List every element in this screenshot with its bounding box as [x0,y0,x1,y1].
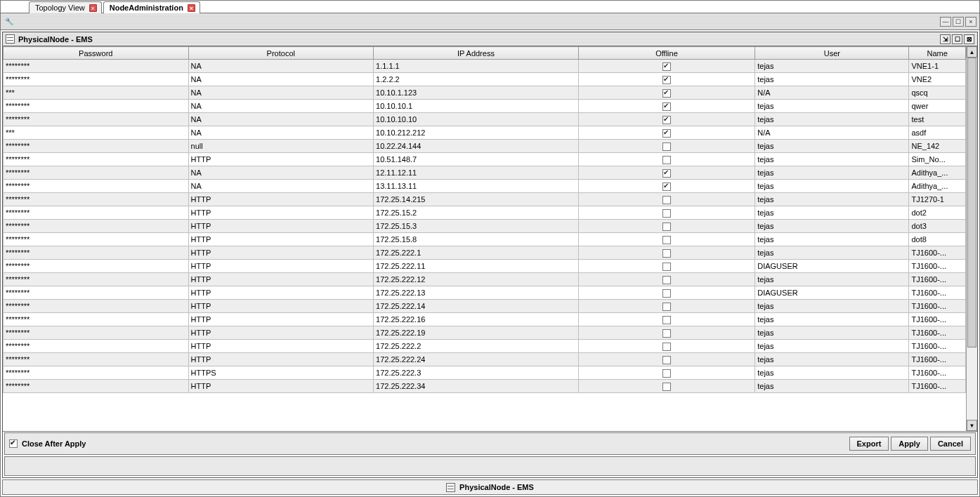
col-header-name[interactable]: Name [909,47,966,60]
table-cell[interactable]: TJ1600-... [909,246,966,260]
offline-checkbox[interactable] [662,383,671,391]
table-cell[interactable]: 172.25.222.12 [374,273,579,286]
table-cell[interactable]: ******** [4,206,189,220]
close-after-apply-checkbox[interactable] [9,439,18,448]
table-cell[interactable]: asdf [909,126,966,140]
table-row[interactable]: ***NA10.10.212.212N/Aasdf [4,126,966,140]
table-cell[interactable]: tejas [755,353,909,366]
scroll-thumb[interactable] [967,58,976,347]
minimize-button[interactable]: — [940,17,951,27]
table-cell[interactable]: null [188,140,374,153]
offline-checkbox[interactable] [662,263,671,271]
table-cell[interactable]: ******** [4,140,189,153]
table-cell[interactable]: ******** [4,300,189,313]
close-icon[interactable]: ⊠ [964,34,974,44]
table-cell[interactable]: ******** [4,380,189,393]
table-cell[interactable]: tejas [755,140,909,153]
table-cell[interactable]: ******** [4,366,189,380]
offline-checkbox[interactable] [662,156,671,164]
offline-checkbox[interactable] [662,249,671,258]
table-cell[interactable]: ******** [4,220,189,233]
close-icon[interactable]: × [188,4,195,12]
table-cell[interactable]: ******** [4,193,189,206]
table-cell[interactable]: HTTP [188,246,374,260]
table-row[interactable]: ********HTTP172.25.14.215tejasTJ1270-1 [4,193,966,206]
offline-checkbox[interactable] [662,129,671,138]
table-cell[interactable]: VNE1-1 [909,60,966,73]
table-cell[interactable]: tejas [755,313,909,326]
table-row[interactable]: ********HTTP172.25.222.2tejasTJ1600-... [4,340,966,353]
offline-cell[interactable] [578,326,754,340]
table-row[interactable]: ********null10.22.24.144tejasNE_142 [4,140,966,153]
table-row[interactable]: ********HTTP172.25.222.13DIAGUSERTJ1600-… [4,286,966,300]
table-cell[interactable]: TJ1600-... [909,313,966,326]
offline-cell[interactable] [578,220,754,233]
table-cell[interactable]: DIAGUSER [755,286,909,300]
table-cell[interactable]: TJ1600-... [909,273,966,286]
table-cell[interactable]: HTTP [188,340,374,353]
table-cell[interactable]: ******** [4,273,189,286]
table-cell[interactable]: HTTP [188,193,374,206]
table-cell[interactable]: NA [188,126,374,140]
table-cell[interactable]: TJ1600-... [909,366,966,380]
table-cell[interactable]: tejas [755,366,909,380]
table-row[interactable]: ********NA10.10.10.10tejastest [4,113,966,126]
table-row[interactable]: ********HTTP10.51.148.7tejasSim_No... [4,153,966,166]
export-button[interactable]: Export [849,437,889,451]
offline-checkbox[interactable] [662,76,671,84]
offline-cell[interactable] [578,206,754,220]
offline-cell[interactable] [578,180,754,193]
table-cell[interactable]: Sim_No... [909,153,966,166]
table-cell[interactable]: NE_142 [909,140,966,153]
table-cell[interactable]: 10.51.148.7 [374,153,579,166]
col-header-password[interactable]: Password [4,47,189,60]
table-cell[interactable]: qscq [909,86,966,100]
table-cell[interactable]: ******** [4,60,189,73]
table-cell[interactable]: TJ1600-... [909,286,966,300]
table-cell[interactable]: HTTP [188,353,374,366]
table-cell[interactable]: HTTP [188,286,374,300]
offline-checkbox[interactable] [662,316,671,324]
table-cell[interactable]: ******** [4,233,189,246]
table-cell[interactable]: tejas [755,326,909,340]
offline-cell[interactable] [578,126,754,140]
offline-cell[interactable] [578,286,754,300]
table-row[interactable]: ********NA1.1.1.1tejasVNE1-1 [4,60,966,73]
offline-cell[interactable] [578,380,754,393]
table-cell[interactable]: tejas [755,340,909,353]
table-cell[interactable]: *** [4,126,189,140]
table-cell[interactable]: tejas [755,246,909,260]
table-cell[interactable]: 12.11.12.11 [374,166,579,180]
table-cell[interactable]: dot2 [909,206,966,220]
table-cell[interactable]: 172.25.222.2 [374,340,579,353]
table-cell[interactable]: *** [4,86,189,100]
table-cell[interactable]: HTTPS [188,366,374,380]
scroll-track[interactable] [967,58,977,420]
table-cell[interactable]: tejas [755,193,909,206]
table-cell[interactable]: NA [188,73,374,86]
table-cell[interactable]: 172.25.15.3 [374,220,579,233]
table-cell[interactable]: N/A [755,126,909,140]
table-cell[interactable]: 172.25.222.3 [374,366,579,380]
table-cell[interactable]: ******** [4,166,189,180]
table-row[interactable]: ********HTTP172.25.15.3tejasdot3 [4,220,966,233]
table-cell[interactable]: dot3 [909,220,966,233]
scroll-down-icon[interactable]: ▼ [967,420,977,431]
table-cell[interactable]: 172.25.222.13 [374,286,579,300]
offline-checkbox[interactable] [662,356,671,364]
table-cell[interactable]: TJ1600-... [909,380,966,393]
offline-cell[interactable] [578,166,754,180]
table-cell[interactable]: 1.1.1.1 [374,60,579,73]
table-cell[interactable]: NA [188,180,374,193]
table-cell[interactable]: ******** [4,100,189,113]
col-header-offline[interactable]: Offline [578,47,754,60]
table-cell[interactable]: tejas [755,166,909,180]
table-row[interactable]: ********HTTP172.25.222.19tejasTJ1600-... [4,326,966,340]
table-cell[interactable]: 172.25.15.8 [374,233,579,246]
table-cell[interactable]: HTTP [188,220,374,233]
table-cell[interactable]: HTTP [188,206,374,220]
table-row[interactable]: ********NA13.11.13.11tejasAdithya_... [4,180,966,193]
offline-checkbox[interactable] [662,236,671,244]
table-cell[interactable]: qwer [909,100,966,113]
offline-cell[interactable] [578,273,754,286]
